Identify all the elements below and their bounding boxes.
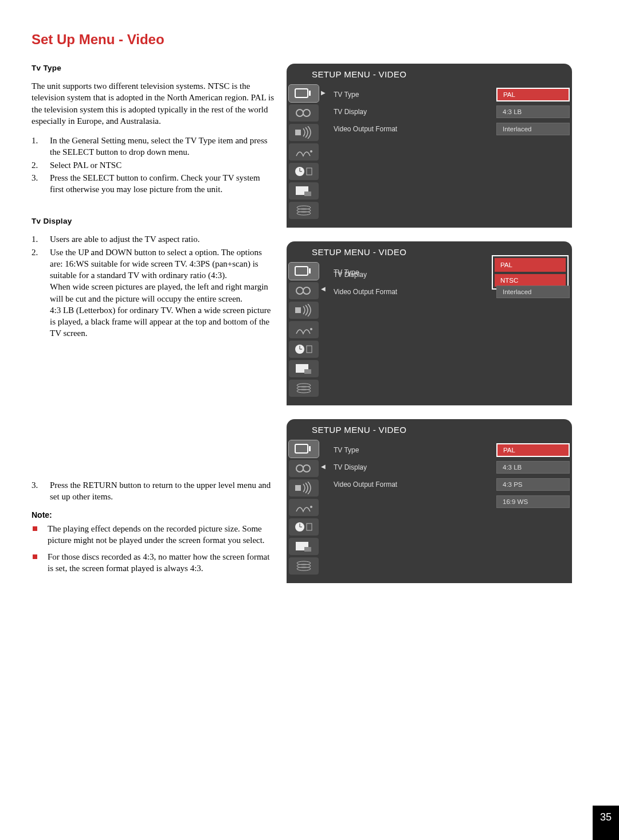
tab-pip-icon[interactable] — [289, 538, 319, 555]
svg-rect-4 — [295, 130, 301, 135]
osd-row-value[interactable]: PAL — [496, 88, 570, 101]
svg-rect-1 — [309, 91, 311, 96]
list-item: Press the SELECT button to confirm. Chec… — [32, 172, 275, 196]
svg-point-17 — [296, 287, 303, 294]
osd-row-value[interactable]: PAL — [496, 443, 570, 457]
tab-disc-icon[interactable] — [289, 557, 319, 575]
osd-tab-bar — [287, 261, 321, 405]
osd-row-label: Video Output Format — [331, 125, 496, 133]
tab-film-icon[interactable] — [289, 460, 319, 477]
screenshot-column: SETUP MENU - VIDEO ▶ TV TypePAL TV Displ… — [287, 64, 587, 583]
osd-row-value[interactable]: 4:3 LB — [496, 461, 570, 474]
tab-audio-icon[interactable] — [289, 124, 319, 141]
svg-point-3 — [303, 110, 310, 116]
svg-rect-0 — [295, 89, 308, 97]
svg-rect-30 — [295, 444, 308, 453]
svg-rect-24 — [307, 346, 312, 353]
tab-network-icon[interactable] — [289, 143, 319, 161]
svg-rect-16 — [309, 268, 311, 274]
list-item: For those discs recorded as 4:3, no matt… — [32, 551, 275, 575]
svg-point-35 — [310, 506, 312, 508]
svg-point-32 — [296, 465, 303, 472]
osd-option[interactable]: PAL — [495, 258, 566, 272]
svg-rect-34 — [295, 485, 301, 491]
osd-option-list: TV TypePAL TV Display4:3 LB Video Output… — [329, 84, 572, 228]
tvtype-heading: Tv Type — [32, 64, 275, 72]
tab-clock-icon[interactable] — [289, 341, 319, 358]
osd-title: SETUP MENU - VIDEO — [287, 64, 572, 84]
osd-row-value[interactable]: 4:3 LB — [496, 106, 570, 118]
list-item: Users are able to adjust the TV aspect r… — [32, 233, 275, 245]
osd-screenshot-3: SETUP MENU - VIDEO ◀ TV TypePAL TV Displ… — [287, 419, 572, 583]
arrow-left-icon: ◀ — [321, 439, 329, 583]
osd-row-value[interactable]: Interlaced — [496, 123, 570, 135]
osd-row-label: TV Type — [331, 446, 496, 454]
tab-disc-icon[interactable] — [289, 202, 319, 219]
svg-rect-19 — [295, 307, 301, 313]
tvdisplay-steps-1-2: Users are able to adjust the TV aspect r… — [32, 233, 275, 339]
osd-screenshot-2: SETUP MENU - VIDEO ◀ TV Type — [287, 241, 572, 405]
tab-film-icon[interactable] — [289, 282, 319, 299]
arrow-left-icon: ◀ — [321, 261, 329, 405]
osd-row-label: Video Output Format — [331, 480, 496, 489]
tab-audio-icon[interactable] — [289, 302, 319, 319]
osd-row-label: Video Output Format — [331, 288, 496, 296]
osd-row-label: TV Type — [331, 91, 496, 99]
osd-title: SETUP MENU - VIDEO — [287, 419, 572, 439]
osd-row-value[interactable]: 4:3 PS — [496, 478, 570, 491]
svg-rect-39 — [307, 523, 312, 530]
tab-video-icon[interactable] — [289, 263, 319, 280]
tvdisplay-step-3: Press the RETURN button to return to the… — [32, 479, 275, 503]
note-list: The playing effect depends on the record… — [32, 523, 275, 574]
tab-pip-icon[interactable] — [289, 360, 319, 377]
osd-option[interactable]: NTSC — [495, 274, 566, 287]
osd-option-list: TV Type PAL NTSC TV Display Video Output… — [329, 261, 572, 405]
svg-rect-41 — [304, 547, 311, 552]
page-title: Set Up Menu - Video — [32, 32, 587, 48]
tab-pip-icon[interactable] — [289, 182, 319, 200]
list-item: Use the UP and DOWN button to select a o… — [32, 247, 275, 339]
osd-row-label: TV Display — [331, 108, 496, 116]
svg-point-33 — [303, 465, 310, 472]
tab-audio-icon[interactable] — [289, 479, 319, 497]
list-item: Select PAL or NTSC — [32, 159, 275, 171]
osd-screenshot-1: SETUP MENU - VIDEO ▶ TV TypePAL TV Displ… — [287, 64, 572, 228]
tab-network-icon[interactable] — [289, 499, 319, 516]
page-number: 35 — [593, 806, 619, 840]
svg-point-5 — [310, 150, 312, 153]
arrow-right-icon: ▶ — [321, 84, 329, 228]
osd-tab-bar — [287, 84, 321, 228]
osd-row-label: TV Display — [331, 463, 496, 471]
tvtype-steps: In the General Setting menu, select the … — [32, 135, 275, 195]
two-column-layout: Tv Type The unit supports two different … — [32, 64, 587, 583]
svg-rect-31 — [309, 446, 311, 451]
svg-point-2 — [296, 110, 303, 116]
svg-point-20 — [310, 328, 312, 330]
tab-film-icon[interactable] — [289, 104, 319, 122]
list-item: In the General Setting menu, select the … — [32, 135, 275, 158]
svg-rect-11 — [304, 192, 311, 196]
tvdisplay-heading: Tv Display — [32, 217, 275, 225]
osd-dropdown[interactable]: PAL NTSC — [492, 255, 569, 290]
note-heading: Note: — [32, 510, 275, 519]
osd-row-value[interactable]: Interlaced — [496, 286, 570, 298]
svg-rect-15 — [295, 267, 308, 275]
svg-rect-26 — [304, 369, 311, 374]
list-item: Press the RETURN button to return to the… — [32, 479, 275, 503]
tab-network-icon[interactable] — [289, 321, 319, 338]
text-column: Tv Type The unit supports two different … — [32, 64, 275, 583]
tab-video-icon[interactable] — [289, 440, 319, 458]
osd-option-list: TV TypePAL TV Display4:3 LB Video Output… — [329, 439, 572, 583]
list-item: The playing effect depends on the record… — [32, 523, 275, 546]
tab-clock-icon[interactable] — [289, 163, 319, 180]
tvtype-intro: The unit supports two different televisi… — [32, 80, 275, 127]
osd-row-value[interactable]: 16:9 WS — [496, 495, 570, 508]
svg-rect-9 — [307, 168, 312, 175]
tab-disc-icon[interactable] — [289, 380, 319, 397]
osd-tab-bar — [287, 439, 321, 583]
tab-clock-icon[interactable] — [289, 518, 319, 536]
osd-row-label: TV Display — [331, 271, 492, 279]
tab-video-icon[interactable] — [289, 85, 319, 102]
svg-point-18 — [303, 287, 310, 294]
